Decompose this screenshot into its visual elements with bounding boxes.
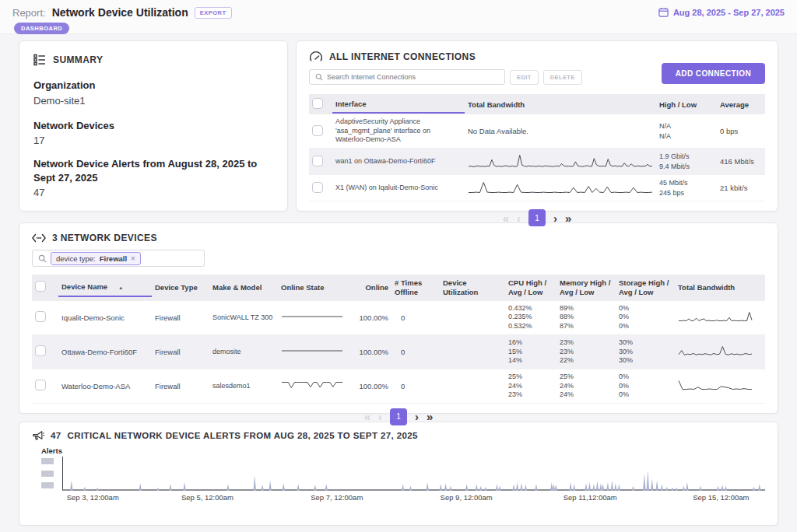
filter-chip-close-icon[interactable]: × (131, 254, 135, 263)
summary-list-icon (33, 54, 47, 66)
row-checkbox[interactable] (35, 311, 46, 322)
summary-devices-label: Network Devices (33, 119, 273, 133)
report-label: Report: (12, 7, 46, 19)
devices-search[interactable]: device type: Firewall × (32, 250, 205, 267)
search-icon (38, 254, 47, 263)
select-all-checkbox[interactable] (312, 98, 323, 109)
average-cell: 21 kbit/s (717, 180, 765, 195)
x-tick-label: Sep 7, 12:00am (311, 493, 363, 502)
x-tick-label: Sep 11,12:00am (564, 493, 617, 502)
row-checkbox[interactable] (35, 380, 46, 390)
search-icon (315, 73, 323, 81)
online-state-sparkline (281, 347, 343, 355)
y-axis-tick-placeholders (41, 457, 58, 491)
table-row[interactable]: Ottawa-Demo-Forti60F Firewall demosite 1… (32, 335, 765, 369)
alerts-x-axis: Sep 3, 12:00am Sep 5, 12:00am Sep 7, 12:… (54, 493, 765, 503)
prev-page-button[interactable]: ‹ (378, 411, 382, 422)
interface-cell: X1 (WAN) on Iqaluit-Demo-Sonic (332, 180, 465, 196)
summary-title: SUMMARY (53, 54, 103, 65)
edit-button[interactable]: EDIT (510, 70, 539, 85)
bandwidth-sparkline (468, 154, 653, 168)
x-tick-label: Sep 5, 12:00am (181, 493, 233, 502)
sort-asc-icon: ▲ (118, 285, 123, 290)
last-page-button[interactable]: » (427, 411, 433, 422)
row-checkbox[interactable] (312, 125, 323, 136)
total-bandwidth-sparkline (678, 311, 753, 322)
first-page-button[interactable]: « (364, 411, 370, 422)
column-header-total-bandwidth[interactable]: Total Bandwidth (465, 96, 656, 113)
select-all-checkbox[interactable] (35, 281, 46, 292)
bandwidth-sparkline (468, 181, 653, 194)
column-header-device-utilization[interactable]: Device Utilization (440, 275, 505, 301)
device-name-cell: Ottawa-Demo-Forti60F (58, 345, 152, 359)
current-page-button[interactable]: 1 (390, 408, 407, 425)
last-page-button[interactable]: » (565, 212, 571, 224)
column-header-cpu[interactable]: CPU High / Avg / Low (505, 275, 556, 301)
first-page-button[interactable]: « (503, 212, 509, 224)
page-header: Report: Network Device Utilization EXPOR… (0, 0, 797, 34)
connections-pagination: « ‹ 1 › » (309, 209, 765, 226)
row-checkbox[interactable] (35, 345, 46, 356)
internet-connections-panel: ALL INTERNET CONNECTIONS EDIT DELETE ADD… (296, 40, 778, 212)
total-bandwidth-sparkline (678, 380, 753, 390)
current-page-button[interactable]: 1 (528, 209, 546, 226)
times-offline-cell: 0 (391, 310, 440, 325)
alerts-count: 47 (51, 431, 61, 440)
alerts-timeline-plot (62, 457, 765, 491)
device-type-cell: Firewall (152, 310, 209, 325)
add-connection-button[interactable]: ADD CONNECTION (662, 63, 765, 84)
summary-alerts-value: 47 (33, 187, 273, 198)
table-row[interactable]: AdaptiveSecurity Appliance 'asa_mgmt_pla… (309, 114, 765, 149)
megaphone-icon (32, 430, 44, 441)
column-header-storage[interactable]: Storage High / Avg / Low (616, 275, 675, 301)
storage-cell: 0%0%0% (616, 369, 675, 403)
cpu-cell: 25%24%23% (505, 369, 556, 403)
column-header-device-type[interactable]: Device Type (152, 279, 209, 296)
connections-search[interactable] (309, 69, 505, 85)
export-button[interactable]: EXPORT (195, 7, 232, 19)
column-header-average[interactable]: Average (717, 96, 765, 113)
connections-search-input[interactable] (327, 73, 499, 81)
prev-page-button[interactable]: ‹ (517, 212, 521, 224)
row-checkbox[interactable] (312, 182, 323, 193)
devices-table-header: Device Name▲ Device Type Make & Model On… (32, 275, 765, 301)
column-header-online-state[interactable]: Online State (278, 279, 349, 296)
make-model-cell: SonicWALL TZ 300 (209, 310, 278, 324)
critical-alerts-panel: 47 CRITICAL NETWORK DEVICE ALERTS FROM A… (19, 422, 778, 526)
summary-org-label: Organization (33, 79, 273, 93)
row-checkbox[interactable] (312, 156, 323, 166)
filter-chip-prefix: device type: (56, 254, 96, 263)
column-header-memory[interactable]: Memory High / Avg / Low (556, 275, 616, 301)
page-title: Network Device Utilization (52, 6, 188, 19)
x-tick-label: Sep 3, 12:00am (67, 493, 119, 502)
bandwidth-cell: No Data Available. (465, 124, 656, 138)
device-type-cell: Firewall (152, 345, 209, 359)
delete-button[interactable]: DELETE (543, 70, 582, 85)
calendar-icon (658, 7, 669, 17)
column-header-online[interactable]: Online (349, 279, 391, 296)
date-range-picker[interactable]: Aug 28, 2025 - Sep 27, 2025 (658, 7, 785, 17)
column-header-interface[interactable]: Interface (332, 96, 465, 114)
filter-chip-value: Firewall (100, 254, 127, 263)
column-header-device-name[interactable]: Device Name▲ (58, 278, 152, 297)
network-devices-panel: 3 NETWORK DEVICES device type: Firewall … (19, 222, 778, 414)
online-cell: 100.00% (349, 310, 391, 325)
column-header-high-low[interactable]: High / Low (656, 96, 717, 113)
table-row[interactable]: wan1 on Ottawa-Demo-Forti60F 1.9 Gbit/s9… (309, 149, 765, 175)
dashboard-badge: DASHBOARD (14, 23, 69, 34)
next-page-button[interactable]: › (415, 411, 419, 422)
column-header-total-bandwidth[interactable]: Total Bandwidth (675, 279, 765, 296)
table-row[interactable]: X1 (WAN) on Iqaluit-Demo-Sonic 45 Mbit/s… (309, 175, 765, 201)
table-row[interactable]: Waterloo-Demo-ASA Firewall salesdemo1 10… (32, 369, 765, 404)
cpu-cell: 16%15%14% (505, 335, 556, 369)
average-cell: 416 Mbit/s (717, 154, 765, 169)
filter-chip-device-type[interactable]: device type: Firewall × (51, 252, 141, 265)
average-cell: 0 bps (717, 124, 765, 138)
alerts-title: CRITICAL NETWORK DEVICE ALERTS FROM AUG … (68, 431, 418, 440)
column-header-times-offline[interactable]: # Times Offline (391, 275, 440, 301)
next-page-button[interactable]: › (553, 212, 557, 224)
connections-title: ALL INTERNET CONNECTIONS (329, 51, 476, 62)
column-header-make-model[interactable]: Make & Model (209, 279, 278, 296)
summary-org-value: Demo-site1 (33, 95, 273, 107)
table-row[interactable]: Iqualit-Demo-Sonic Firewall SonicWALL TZ… (32, 301, 765, 335)
